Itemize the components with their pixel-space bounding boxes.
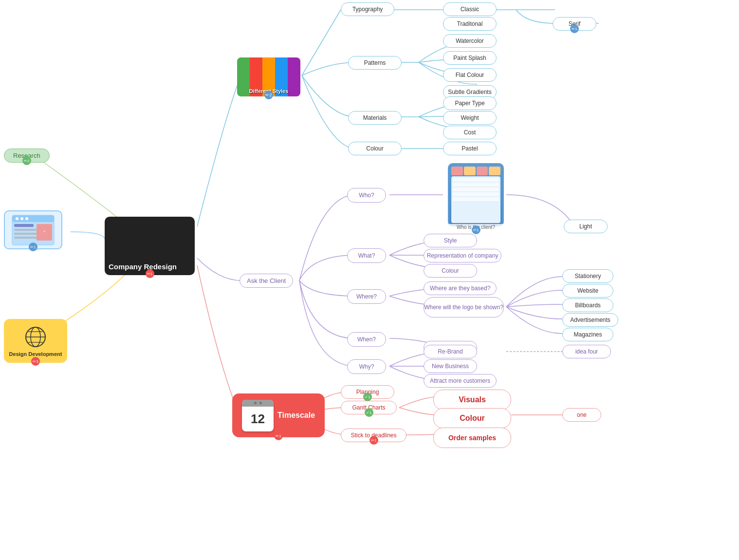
traditonal-node: Traditonal [443, 17, 497, 31]
new-business-node: New Business [424, 359, 477, 373]
patterns-node: Patterns [348, 56, 402, 70]
timescale-badge: ✏1 [274, 431, 283, 440]
serif-node: Serif ✏1 [553, 17, 596, 31]
design-dev-badge: ✏3 [31, 357, 40, 366]
representation-node: Representation of company [424, 249, 501, 262]
visuals-node: Visuals [433, 390, 511, 410]
website-node: Website [562, 284, 613, 298]
why-node: Why? [347, 359, 386, 374]
svg-point-3 [16, 217, 18, 220]
pastel-node: Pastel [443, 142, 497, 155]
attract-node: Attract more customers [424, 374, 497, 388]
research-badge: ✏2 [22, 156, 31, 165]
one-node: one [562, 408, 601, 422]
order-samples-node: Order samples [433, 428, 511, 448]
web-icon-node: + ✏1 [4, 210, 62, 249]
web-badge: ✏1 [29, 243, 37, 251]
paper-type-node: Paper Type [443, 96, 497, 110]
gantt-charts-node: Gantt Charts ✓1 [341, 401, 397, 414]
company-redesign-badge: ✏1 [146, 269, 154, 278]
who-client-badge: ✏1 [472, 225, 480, 234]
what-node: What? [347, 248, 386, 263]
stick-deadlines-node: Stick to deadlines ✏1 [341, 429, 406, 442]
colour-what-node: Colour [424, 264, 477, 278]
watercolor-node: Watercolor [443, 34, 497, 48]
cost-node: Cost [443, 126, 497, 139]
svg-line-0 [302, 10, 341, 75]
ask-client-node: Ask the Client [240, 274, 293, 288]
different-styles-node: Different Styles ✏2 [237, 57, 300, 96]
svg-rect-6 [14, 224, 34, 227]
svg-point-4 [20, 217, 23, 220]
colour-top-node: Colour [348, 142, 402, 155]
timescale-label: Timescale [277, 411, 315, 420]
light-node: Light [564, 220, 608, 233]
rebrand-node: Re-Brand [424, 345, 477, 358]
globe-icon [23, 325, 48, 349]
gantt-badge: ✓1 [365, 408, 373, 417]
weight-node: Weight [443, 111, 497, 125]
planning-node: Planning ✓1 [341, 385, 394, 399]
billboards-node: Billboards [562, 299, 613, 312]
style-node: Style [424, 234, 477, 247]
who-node: Who? [347, 188, 386, 203]
where-node: Where? [347, 289, 386, 304]
flat-colour-node: Flat Colour [443, 68, 497, 82]
research-node: Research ✏2 [4, 149, 50, 163]
company-redesign-node: Company Redesign ✏1 [105, 217, 195, 275]
serif-badge: ✏1 [570, 24, 579, 33]
idea-four-node: idea four [562, 345, 611, 358]
materials-node: Materials [348, 111, 402, 125]
stationery-node: Stationery [562, 269, 613, 283]
company-redesign-text: Company Redesign [109, 262, 177, 271]
planning-badge: ✓1 [363, 392, 372, 401]
where-shown-node: Where will the logo be shown? [424, 297, 504, 317]
when-node: When? [347, 332, 386, 347]
design-dev-node: Design Development ✏3 [4, 319, 67, 363]
typography-node: Typography [341, 2, 394, 16]
who-client-node: Who is the client? ✏1 [448, 163, 504, 226]
colour-timescale-node: Colour [433, 408, 511, 429]
design-dev-text: Design Development [9, 351, 62, 357]
svg-text:+: + [43, 229, 46, 234]
stick-badge: ✏1 [370, 436, 378, 445]
advertisements-node: Advertisements [562, 313, 618, 327]
paint-splash-node: Paint Splash [443, 51, 497, 65]
magazines-node: Magazines [562, 328, 613, 341]
classic-node: Classic [443, 2, 497, 16]
different-styles-badge: ✏2 [264, 91, 273, 99]
timescale-node: 12 Timescale ✏1 [232, 393, 325, 437]
where-based-node: Where are they based? [424, 281, 497, 295]
svg-point-5 [25, 217, 28, 220]
